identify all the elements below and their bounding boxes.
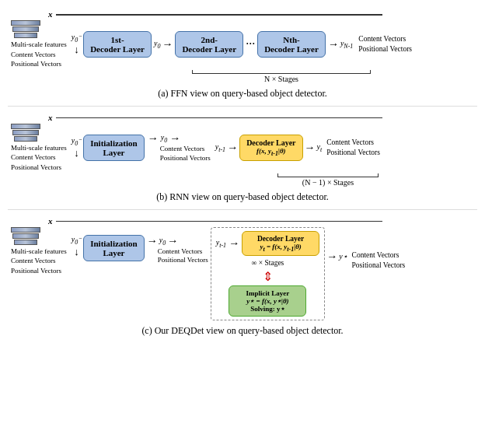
caption-a: (a) FFN view on query-based object detec…: [8, 88, 477, 100]
pv-mid-c: Positional Vectors: [158, 256, 208, 265]
left-content-c: Content Vectors: [11, 256, 67, 266]
feature-block-a: Multi-scale features Content Vectors Pos…: [11, 20, 67, 69]
feature-block-b: Multi-scale features Content Vectors Pos…: [11, 124, 67, 173]
cv-mid-b: Content Vectors: [160, 145, 205, 154]
stage-label-a: N × Stages: [264, 75, 298, 83]
decoder1-box-a: 1st- Decoder Layer: [83, 31, 152, 58]
dots-a: ···: [246, 37, 255, 51]
x-label-b: x: [48, 113, 53, 122]
multi-scale-label-b: Multi-scale features: [11, 143, 67, 153]
cv-mid-c: Content Vectors: [158, 247, 203, 257]
caption-c: (c) Our DEQDet view on query-based objec…: [8, 325, 477, 337]
decoderN-box-a: Nth- Decoder Layer: [257, 31, 326, 58]
stage-label-b: (N − 1) × Stages: [302, 178, 354, 187]
decoder-box-b: Decoder Layer f(x, yt-1|θ): [239, 135, 302, 161]
x-label-c: x: [48, 216, 53, 226]
left-position-a: Positional Vectors: [11, 59, 67, 69]
right-labels-c: Content Vectors Positional Vectors: [352, 250, 406, 271]
decoder-box-c: Decoder Layer yt = f(x, yt-1|θ): [242, 231, 319, 257]
section-c: x Multi-scale features Content Vectors P…: [8, 215, 477, 338]
feature-block-c: Multi-scale features Content Vectors Pos…: [11, 227, 67, 276]
multi-scale-label-a: Multi-scale features: [11, 40, 67, 50]
right-labels-a: Content Vectors Positional Vectors: [358, 34, 412, 55]
decoder2-box-a: 2nd- Decoder Layer: [175, 31, 243, 58]
caption-b: (b) RNN view on query-based object detec…: [8, 191, 477, 203]
x-label-a: x: [48, 9, 53, 19]
left-content-b: Content Vectors: [11, 152, 67, 163]
section-a: x Multi-scale features Content Vectors P…: [8, 8, 477, 107]
section-b: x Multi-scale features Content Vectors P…: [8, 111, 477, 210]
multi-scale-label-c: Multi-scale features: [11, 247, 67, 257]
ystar-label: y⋆: [339, 252, 347, 261]
left-position-b: Positional Vectors: [11, 163, 67, 173]
init-box-c: Initialization Layer: [83, 235, 145, 261]
implicit-box-c: Implicit Layer y⋆ = f(x, y⋆|θ) Solving: …: [229, 285, 306, 317]
left-content-a: Content Vectors: [11, 50, 67, 60]
left-position-c: Positional Vectors: [11, 266, 67, 276]
init-box-b: Initialization Layer: [83, 135, 145, 161]
stage-label-c: ∞ × Stages: [252, 259, 284, 267]
right-labels-b: Content Vectors Positional Vectors: [326, 138, 380, 159]
pv-mid-b: Positional Vectors: [160, 154, 211, 163]
